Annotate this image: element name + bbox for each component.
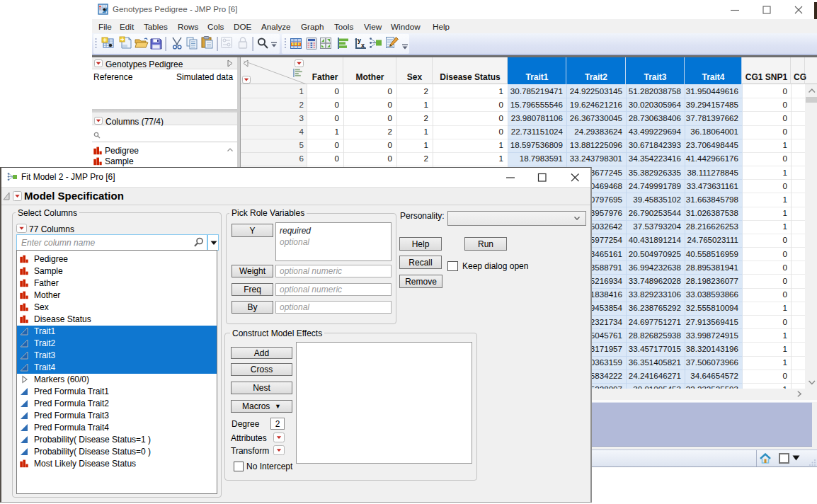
svg-text:x: x bbox=[361, 42, 365, 49]
